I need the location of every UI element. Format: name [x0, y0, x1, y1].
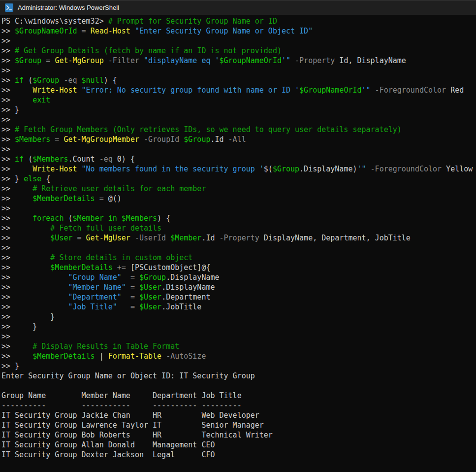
code-segment: "Enter Security Group Name or Object ID": [135, 27, 313, 35]
code-segment: =: [50, 135, 63, 144]
code-segment: "Member Name": [68, 283, 126, 292]
code-segment: $Group: [32, 76, 59, 85]
terminal-line: >> "Member Name" = $User.DisplayName: [1, 282, 476, 292]
code-segment: Read-Host: [91, 27, 130, 35]
code-segment: >>: [1, 194, 32, 203]
code-segment: >>: [1, 165, 32, 173]
terminal-line: >> # Display Results in Table Format: [1, 341, 476, 351]
code-segment: -GroupId: [144, 135, 179, 144]
code-segment: "displayName eq ': [144, 56, 220, 65]
code-segment: $GroupNameOrId: [299, 86, 361, 95]
code-segment: $Members: [122, 214, 157, 223]
code-segment: else: [24, 174, 41, 183]
code-segment: [PSCustomObject]@{: [130, 263, 211, 272]
code-segment: Yellow: [442, 165, 473, 173]
code-comment: # Display Results in Table Format: [32, 342, 179, 351]
code-segment: >>: [1, 184, 32, 193]
terminal-line: >> $MemberDetails | Format-Table -AutoSi…: [1, 351, 476, 361]
terminal-line: PS C:\windows\system32> # Prompt for Sec…: [1, 16, 476, 26]
code-segment: [77, 165, 82, 173]
powershell-icon[interactable]: [5, 3, 13, 12]
code-segment: .Count: [68, 155, 99, 164]
code-segment: Get-MgGroupMember: [63, 135, 139, 144]
code-segment: $Group: [15, 56, 41, 65]
code-segment: >>: [1, 155, 15, 164]
code-segment: >>: [1, 352, 32, 361]
code-segment: "Group Name": [68, 273, 121, 282]
code-segment: if: [15, 155, 24, 164]
terminal-line: >> # Get Group Details (fetch by name if…: [1, 46, 476, 56]
code-segment: $(: [264, 165, 273, 173]
code-segment: -ForegroundColor: [375, 86, 446, 95]
code-segment: ) {: [104, 76, 117, 85]
code-comment: # Store details in custom object: [50, 253, 192, 262]
code-segment: $Member: [170, 234, 201, 242]
terminal-line: >> $MemberDetails += [PSCustomObject]@{: [1, 263, 476, 272]
terminal-line: >> }: [1, 322, 476, 332]
code-segment: =: [95, 194, 108, 203]
terminal-line: >> "Department" = $User.Department: [1, 292, 476, 302]
code-segment: $User: [139, 303, 161, 311]
code-segment: Write-Host: [32, 86, 77, 95]
terminal-line: >> $Group = Get-MgGroup -Filter "display…: [1, 56, 476, 66]
code-segment: Red: [446, 86, 464, 95]
code-segment: IT Security Group Bob Roberts HR Technic…: [1, 431, 273, 439]
code-segment: .Id: [210, 135, 228, 144]
code-segment: {: [41, 174, 50, 183]
code-segment: $User: [50, 234, 72, 242]
code-segment: [77, 76, 82, 85]
code-segment: in: [108, 214, 117, 223]
terminal-line: Group Name Member Name Department Job Ti…: [1, 391, 476, 401]
window-title: Administrator: Windows PowerShell: [18, 4, 119, 11]
terminal-line: >>: [1, 243, 476, 253]
code-segment: [130, 234, 135, 242]
code-segment: -eq: [63, 76, 77, 85]
terminal-line: [1, 381, 476, 391]
terminal-line: >> if ($Members.Count -eq 0) {: [1, 154, 476, 164]
code-segment: +=: [113, 263, 130, 272]
code-segment: >>: [1, 283, 68, 292]
terminal-line: >> }: [1, 105, 476, 115]
titlebar[interactable]: Administrator: Windows PowerShell: [0, 0, 476, 15]
terminal-line: >> # Store details in custom object: [1, 253, 476, 263]
code-segment: "Department": [68, 293, 121, 302]
code-segment: exit: [32, 96, 50, 104]
code-segment: .DisplayName: [166, 273, 219, 282]
code-segment: IT Security Group Lawrence Taylor IT Sen…: [1, 421, 264, 430]
code-segment: [104, 214, 108, 223]
code-segment: -ForegroundColor: [371, 165, 442, 173]
code-segment: |: [95, 352, 108, 361]
terminal-line: >> }: [1, 361, 476, 371]
terminal[interactable]: PS C:\windows\system32> # Prompt for Sec…: [0, 15, 476, 460]
code-segment: -All: [228, 135, 246, 144]
code-segment: [77, 86, 82, 95]
code-segment: [161, 352, 166, 361]
code-segment: -Property: [295, 56, 335, 65]
code-comment: # Fetch full user details: [50, 224, 161, 233]
terminal-line: IT Security Group Dexter Jackson Legal C…: [1, 450, 476, 460]
code-segment: '": [362, 86, 371, 95]
code-segment: [1, 381, 6, 390]
code-segment: =: [41, 56, 55, 65]
code-segment: [371, 86, 375, 95]
code-segment: >>: [1, 46, 15, 55]
code-segment: [130, 27, 135, 35]
code-segment: $Group: [139, 273, 166, 282]
code-segment: Write-Host: [32, 165, 77, 173]
terminal-line: >> "Job Title" = $User.JobTitle: [1, 302, 476, 312]
code-segment: $GroupNameOrId: [220, 56, 282, 65]
terminal-line: IT Security Group Bob Roberts HR Technic…: [1, 430, 476, 440]
code-segment: IT Security Group Jackie Chan HR Web Dev…: [1, 411, 259, 420]
code-segment: >>: [1, 332, 10, 341]
terminal-line: >>: [1, 144, 476, 154]
code-segment: [104, 56, 108, 65]
code-segment: >>: [1, 243, 10, 252]
code-segment: $null: [82, 76, 104, 85]
code-segment: >>: [1, 263, 50, 272]
code-segment: >> }: [1, 105, 19, 114]
code-segment: .JobTitle: [161, 303, 201, 311]
code-segment: >>: [1, 135, 15, 144]
code-segment: $Members: [32, 155, 68, 164]
terminal-line: >> Write-Host "No members found in the s…: [1, 164, 476, 174]
code-segment: >> }: [1, 312, 55, 321]
